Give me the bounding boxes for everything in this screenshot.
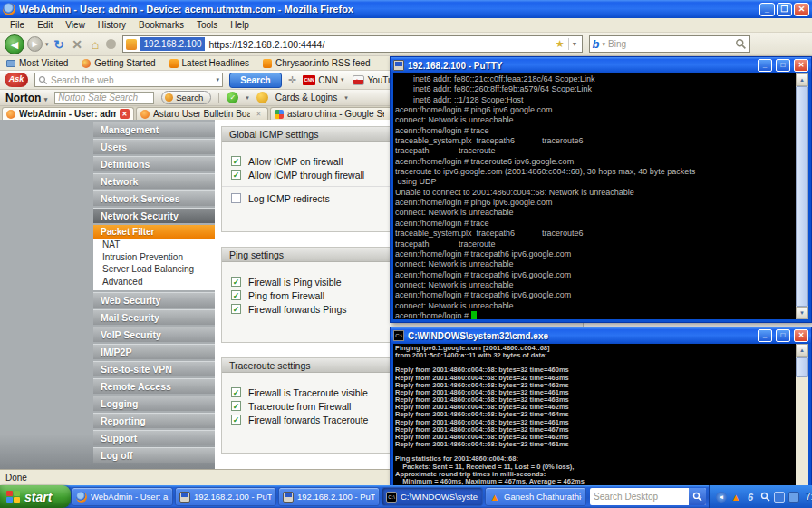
sidebar-item-remote-access[interactable]: Remote Access [93,378,215,394]
sidebar-subitem-packet-filter[interactable]: Packet Filter [93,225,215,239]
restore-tray-icon[interactable]: ◂ [716,492,727,503]
menu-bookmarks[interactable]: Bookmarks [132,19,190,31]
norton-search-input[interactable] [58,93,150,103]
maximize-button[interactable]: □ [776,329,790,342]
norton-search-button[interactable]: Search [161,91,211,104]
taskbar-task[interactable]: C:\C:\WINDOWS\syste... [382,487,483,506]
bookmark-item[interactable]: Latest Headlines [169,58,250,68]
taskbar-task[interactable]: 192.168.2.100 - PuTTY [278,487,380,506]
checkbox[interactable]: ✓ [231,170,241,180]
home-button[interactable]: ⌂ [88,37,103,52]
sidebar-item-im-p2p[interactable]: IM/P2P [93,344,215,359]
sidebar-item-network-services[interactable]: Network Services [93,190,215,206]
bookmark-item[interactable]: Chrysaor.info RSS feed [263,58,371,68]
chevron-down-icon[interactable]: ▾ [216,76,219,83]
checkbox[interactable]: ✓ [231,290,241,300]
ipv6-tray-icon[interactable]: 6 [745,492,756,503]
sidebar-item-logging[interactable]: Logging [93,396,215,411]
safe-site-icon[interactable]: ✓ [227,92,238,103]
cmd-titlebar[interactable]: C:\ C:\WINDOWS\system32\cmd.exe _ □ ✕ [391,327,811,344]
ask-search-button[interactable]: Search [229,73,282,88]
taskbar-task[interactable]: WebAdmin - User: a... [72,487,173,506]
tab[interactable]: WebAdmin - User: admin...✕ [2,107,134,120]
sidebar-subitem-nat[interactable]: NAT [93,239,215,251]
maximize-button[interactable]: □ [776,59,790,72]
putty-terminal[interactable]: inet6 addr: fe80::21c:c0ff:feaa:218c/64 … [393,73,808,319]
norton-search-box[interactable] [54,92,154,104]
search-engine-box[interactable]: b ▾ [589,35,750,53]
bookmark-star-icon[interactable]: ★ [556,38,565,50]
bookmark-item[interactable]: Most Visited [6,58,68,68]
close-button[interactable]: ✕ [794,59,808,72]
close-button[interactable]: ✕ [794,329,808,342]
chevron-down-icon[interactable]: ▾ [341,76,344,83]
address-url[interactable]: https://192.168.2.100:4444/ [208,39,551,50]
sidebar-item-definitions[interactable]: Definitions [93,156,215,171]
address-dropdown-icon[interactable]: ▼ [568,38,579,50]
menu-view[interactable]: View [59,19,92,31]
checkbox[interactable]: ✓ [231,401,241,411]
search-icon[interactable] [689,488,706,505]
checkbox[interactable]: ✓ [231,156,241,166]
tab-close-icon[interactable]: ✕ [120,109,130,119]
menu-file[interactable]: File [4,19,31,31]
checkbox[interactable]: ✓ [231,415,241,425]
scroll-down-icon[interactable]: ▼ [796,307,808,319]
cards-logins-icon[interactable] [256,92,268,103]
chevron-down-icon[interactable]: ▾ [44,96,48,103]
bookmark-item[interactable]: Getting Started [82,58,155,68]
sidebar-subitem-advanced[interactable]: Advanced [93,276,215,288]
sidebar-item-site-to-site-vpn[interactable]: Site-to-site VPN [93,361,215,376]
sidebar-item-reporting[interactable]: Reporting [93,413,215,428]
checkbox[interactable] [231,193,241,203]
ask-logo-icon[interactable]: Ask [5,73,28,87]
sidebar-item-management[interactable]: Management [93,122,215,137]
sidebar-item-web-security[interactable]: Web Security [93,292,215,308]
ask-search-box[interactable]: ▾ [34,73,223,87]
sidebar-subitem-intrusion-prevention[interactable]: Intrusion Prevention [93,251,215,264]
sidebar-item-network[interactable]: Network [93,173,215,189]
search-tray-icon[interactable] [759,492,770,503]
sidebar-item-support[interactable]: Support [93,430,215,445]
close-button[interactable]: ✕ [794,3,809,16]
back-button[interactable]: ◀ [5,34,24,54]
address-bar[interactable]: 192.168.2.100 https://192.168.2.100:4444… [122,35,583,53]
history-dropdown-icon[interactable]: ▾ [45,41,49,48]
norton-logo[interactable]: Norton ▾ [5,92,47,104]
search-icon[interactable] [735,38,747,50]
scroll-up-icon[interactable]: ▲ [796,73,808,86]
menu-edit[interactable]: Edit [31,19,59,31]
cmd-scrollbar[interactable]: ▲ ▼ [796,344,808,504]
sidebar-item-log-off[interactable]: Log off [93,447,215,463]
sidebar-item-mail-security[interactable]: Mail Security [93,309,215,325]
checkbox[interactable]: ✓ [231,304,241,314]
stop-button[interactable]: ✕ [70,37,85,52]
chevron-down-icon[interactable]: ▾ [246,94,249,102]
messenger-icon[interactable] [774,492,785,503]
checkbox[interactable]: ✓ [231,277,241,287]
plus-icon[interactable]: ✛ [288,74,296,86]
tab[interactable]: astaro china - Google Search✕ [270,107,402,120]
engine-dropdown-icon[interactable]: ▾ [602,41,605,48]
putty-scrollbar[interactable]: ▲ ▼ [796,73,808,319]
display-icon[interactable] [788,492,799,503]
tab-close-icon[interactable]: ✕ [254,109,264,119]
paw-icon[interactable] [106,39,116,49]
menu-history[interactable]: History [92,19,132,31]
restore-button[interactable]: ❐ [777,3,792,16]
scrollbar-thumb[interactable] [796,86,808,307]
desktop-search-box[interactable] [590,488,706,505]
reload-button[interactable]: ↻ [52,37,67,52]
taskbar-task[interactable]: 192.168.2.100 - PuTTY [175,487,276,506]
checkbox[interactable]: ✓ [231,387,241,397]
scrollbar-thumb[interactable] [796,357,808,377]
sidebar-item-voip-security[interactable]: VoIP Security [93,327,215,342]
scroll-up-icon[interactable]: ▲ [796,344,808,357]
desktop-search-input[interactable] [594,492,689,502]
forward-button[interactable]: ▶ [27,36,43,52]
start-button[interactable]: start [0,485,71,508]
sidebar-item-network-security[interactable]: Network Security [93,208,215,223]
minimize-button[interactable]: _ [759,3,775,16]
menu-help[interactable]: Help [224,19,256,31]
menu-tools[interactable]: Tools [190,19,224,31]
